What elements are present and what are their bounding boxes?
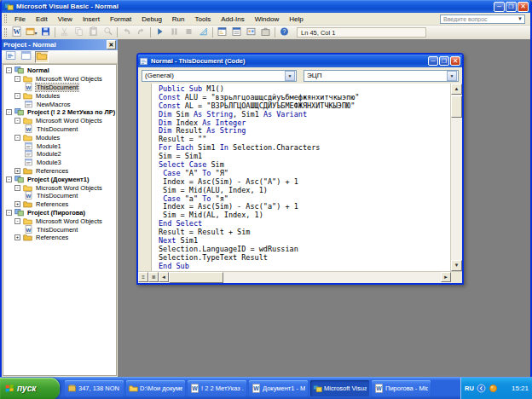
tree-item-microsoft-word-objects[interactable]: -Microsoft Word Objects <box>3 75 116 84</box>
vertical-scroll-thumb[interactable] <box>451 95 462 118</box>
properties-window-button[interactable] <box>229 26 244 39</box>
menu-item-run[interactable]: Run <box>167 14 190 25</box>
project-panel-close-button[interactable]: ✕ <box>107 40 116 49</box>
project-explorer-button[interactable] <box>215 26 229 39</box>
taskbar-button-2-2[interactable]: W! 2 2 МетУказ ... <box>188 380 246 396</box>
expander-icon[interactable]: - <box>6 109 12 115</box>
close-button[interactable]: ✕ <box>518 2 529 12</box>
expander-icon[interactable]: - <box>14 218 20 224</box>
expander-icon[interactable]: - <box>14 118 20 124</box>
taskbar-button-347-138-non-s[interactable]: 347, 138 NON S... <box>65 380 124 396</box>
menu-item-edit[interactable]: Edit <box>31 14 53 25</box>
project-tree[interactable]: -Normal-Microsoft Word ObjectsWThisDocum… <box>3 64 117 376</box>
expander-icon[interactable]: - <box>6 67 12 73</box>
scroll-down-button[interactable]: ▼ <box>451 260 462 271</box>
tree-item-references[interactable]: +References <box>3 234 116 242</box>
expander-icon[interactable]: - <box>14 93 20 99</box>
language-indicator[interactable]: RU <box>465 385 474 392</box>
taskbar-button-d[interactable]: D:\Мои докуме... <box>126 380 185 396</box>
menu-item-file[interactable]: File <box>9 14 31 25</box>
folder-closed-icon <box>22 233 33 242</box>
help-button[interactable]: ? <box>277 26 292 39</box>
object-dropdown[interactable]: (General) ▼ <box>142 70 297 82</box>
tree-item-normal[interactable]: -Normal <box>3 66 116 75</box>
clock[interactable]: 15:21 <box>512 385 529 392</box>
tree-item-thisdocument[interactable]: WThisDocument <box>3 84 116 92</box>
expander-icon[interactable]: - <box>6 176 12 182</box>
maximize-button[interactable]: ❐ <box>506 2 517 12</box>
tree-item-project-2-2[interactable]: -Project (! 2 2 МетУказ по ЛР) <box>3 108 116 117</box>
code-window-titlebar[interactable]: Normal - ThisDocument (Code) ─ ❐ ✕ <box>138 55 462 67</box>
procedure-dropdown[interactable]: ЭЦП ▼ <box>304 70 459 82</box>
menu-item-view[interactable]: View <box>53 14 78 25</box>
tree-item-modules[interactable]: -Modules <box>3 91 116 100</box>
menu-drag-handle[interactable] <box>4 14 7 23</box>
tree-item-microsoft-word-objects[interactable]: -Microsoft Word Objects <box>3 117 116 125</box>
notification-icon[interactable] <box>489 384 498 393</box>
expander-icon[interactable]: - <box>14 185 20 191</box>
code-editor-area[interactable]: Public Sub M1()Const ALU = "взрьлгцоашщс… <box>138 84 462 271</box>
code-close-button[interactable]: ✕ <box>450 56 460 66</box>
menu-item-window[interactable]: Window <box>250 14 284 25</box>
tree-item-project-1[interactable]: -Project (Документ1) <box>3 175 116 183</box>
expander-icon[interactable]: - <box>14 76 20 82</box>
code-text[interactable]: Public Sub M1()Const ALU = "взрьлгцоашщс… <box>153 84 450 271</box>
expander-icon[interactable]: + <box>14 234 20 240</box>
svg-text:W: W <box>253 385 259 391</box>
tree-item-microsoft-word-objects[interactable]: -Microsoft Word Objects <box>3 217 116 225</box>
run-sub-button[interactable] <box>153 26 167 39</box>
menu-item-tools[interactable]: Tools <box>190 14 217 25</box>
minimize-button[interactable]: ─ <box>494 2 505 12</box>
toolbox-button[interactable] <box>258 26 273 39</box>
horizontal-scrollbar[interactable]: ≡ ≣ ◄ ► <box>138 271 462 283</box>
tree-item-label: Project (Документ1) <box>26 176 90 183</box>
design-mode-button[interactable] <box>196 26 211 39</box>
question-box[interactable]: Введите вопрос ▼ <box>440 14 525 24</box>
taskbar-button-micr[interactable]: WПирогова - Micr... <box>372 380 431 396</box>
code-line: Result = Result + Sim <box>159 228 450 237</box>
tree-item-thisdocument[interactable]: WThisDocument <box>3 192 116 200</box>
project-panel-header[interactable]: Project - Normal ✕ <box>2 39 118 50</box>
tree-item-module2[interactable]: Module2 <box>3 150 116 159</box>
view-code-button[interactable] <box>4 51 18 63</box>
toolbar-drag-handle[interactable] <box>4 28 7 37</box>
menu-item-format[interactable]: Format <box>105 14 136 25</box>
tree-item-module1[interactable]: Module1 <box>3 142 116 150</box>
tree-item-project[interactable]: -Project (Пирогова) <box>3 209 116 217</box>
expander-icon[interactable]: + <box>14 168 20 174</box>
menu-item-help[interactable]: Help <box>284 14 308 25</box>
tree-item-microsoft-word-objects[interactable]: -Microsoft Word Objects <box>3 183 116 192</box>
vertical-scrollbar[interactable]: ▲ ▼ <box>450 84 462 271</box>
scroll-right-button[interactable]: ► <box>441 272 451 282</box>
menu-item-add-ins[interactable]: Add-Ins <box>216 14 250 25</box>
tree-item-thisdocument[interactable]: WThisDocument <box>3 225 116 234</box>
horizontal-scroll-thumb[interactable] <box>169 272 223 283</box>
menu-item-insert[interactable]: Insert <box>78 14 105 25</box>
code-minimize-button[interactable]: ─ <box>428 56 438 66</box>
tree-item-thisdocument[interactable]: WThisDocument <box>3 125 116 134</box>
procedure-view-button[interactable]: ≡ <box>138 272 148 282</box>
view-object-button[interactable] <box>20 51 33 63</box>
code-maximize-button[interactable]: ❐ <box>439 56 449 66</box>
menu-item-debug[interactable]: Debug <box>136 14 167 25</box>
view-microsoft-word-button[interactable]: W <box>9 26 24 39</box>
object-browser-button[interactable] <box>244 26 258 39</box>
taskbar-button-microsoft-visual[interactable]: Microsoft Visual ... <box>310 380 369 396</box>
tree-item-module3[interactable]: Module3 <box>3 159 116 167</box>
taskbar-button-1-mi[interactable]: WДокумент1 - Mi... <box>249 380 308 396</box>
dropdown-arrow-icon[interactable]: ▾ <box>34 30 37 36</box>
toggle-folders-button[interactable] <box>35 51 49 63</box>
tree-item-modules[interactable]: -Modules <box>3 133 116 142</box>
insert-userform-button[interactable]: ▾ <box>24 26 38 39</box>
full-module-view-button[interactable]: ≣ <box>148 272 159 282</box>
start-button[interactable]: пуск <box>0 378 60 399</box>
save-button[interactable] <box>38 26 53 39</box>
expander-icon[interactable]: - <box>14 135 20 141</box>
scroll-left-button[interactable]: ◄ <box>159 272 169 282</box>
resize-gripper[interactable] <box>451 272 462 283</box>
expander-icon[interactable]: + <box>14 201 20 207</box>
scroll-up-button[interactable]: ▲ <box>451 84 462 95</box>
code-line: For Each Sim1 In Selection.Characters <box>159 144 450 153</box>
expander-icon[interactable]: - <box>6 210 12 216</box>
hide-icons-chevron-icon[interactable] <box>477 384 486 393</box>
